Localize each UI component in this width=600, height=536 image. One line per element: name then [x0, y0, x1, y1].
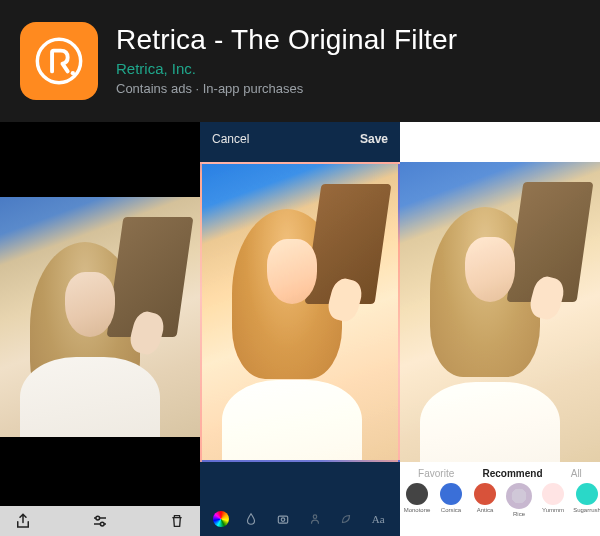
- svg-point-2: [96, 516, 100, 520]
- filter-item[interactable]: Sugarrush: [572, 483, 600, 517]
- filter-item[interactable]: Monotone: [402, 483, 432, 517]
- retrica-logo-icon: [33, 35, 85, 87]
- svg-point-1: [71, 71, 75, 75]
- filter-row[interactable]: MonotoneCorsicaAnticaRiceYummmSugarrush: [400, 483, 600, 517]
- camera-icon[interactable]: [274, 510, 292, 528]
- photo-preview: [0, 197, 200, 437]
- leaf-icon[interactable]: [337, 510, 355, 528]
- sliders-icon[interactable]: [91, 512, 109, 530]
- app-store-header: Retrica - The Original Filter Retrica, I…: [0, 0, 600, 118]
- text-icon[interactable]: Aa: [369, 510, 387, 528]
- photo-preview: [200, 162, 400, 462]
- filter-label: Rice: [513, 511, 525, 517]
- bottom-toolbar: [0, 506, 200, 536]
- tab-all[interactable]: All: [571, 468, 582, 479]
- filter-thumbnail: [440, 483, 462, 505]
- person-icon[interactable]: [306, 510, 324, 528]
- share-icon[interactable]: [14, 512, 32, 530]
- save-button[interactable]: Save: [360, 132, 388, 146]
- cancel-button[interactable]: Cancel: [212, 132, 249, 146]
- filter-label: Corsica: [441, 507, 461, 513]
- filter-label: Sugarrush: [573, 507, 600, 513]
- filter-item[interactable]: Antica: [470, 483, 500, 517]
- colorwheel-icon[interactable]: [213, 511, 229, 527]
- filter-thumbnail: [406, 483, 428, 505]
- edit-topbar: Cancel Save: [200, 132, 400, 146]
- svg-point-5: [281, 518, 285, 522]
- svg-point-3: [100, 522, 104, 526]
- trash-icon[interactable]: [168, 512, 186, 530]
- edit-tools: Aa: [200, 502, 400, 536]
- tab-favorite[interactable]: Favorite: [418, 468, 454, 479]
- tab-recommend[interactable]: Recommend: [482, 468, 542, 479]
- svg-rect-4: [278, 516, 287, 523]
- app-ad-info: Contains ads · In-app purchases: [116, 81, 580, 96]
- screenshot-1[interactable]: [0, 122, 200, 536]
- filter-thumbnail: [474, 483, 496, 505]
- filter-tabs: Favorite Recommend All: [400, 462, 600, 483]
- filter-item[interactable]: Corsica: [436, 483, 466, 517]
- drop-icon[interactable]: [242, 510, 260, 528]
- photo-preview: [400, 162, 600, 462]
- filter-thumbnail: [576, 483, 598, 505]
- filter-label: Antica: [477, 507, 494, 513]
- filter-bar: Favorite Recommend All MonotoneCorsicaAn…: [400, 462, 600, 536]
- screenshot-3[interactable]: Favorite Recommend All MonotoneCorsicaAn…: [400, 122, 600, 536]
- app-developer[interactable]: Retrica, Inc.: [116, 60, 580, 77]
- filter-item[interactable]: Rice: [504, 483, 534, 517]
- app-icon[interactable]: [20, 22, 98, 100]
- filter-label: Monotone: [404, 507, 431, 513]
- screenshot-carousel[interactable]: Cancel Save Aa Fav: [0, 122, 600, 536]
- header-text: Retrica - The Original Filter Retrica, I…: [116, 22, 580, 96]
- filter-thumbnail: [506, 483, 532, 509]
- screenshot-2[interactable]: Cancel Save Aa: [200, 122, 400, 536]
- filter-item[interactable]: Yummm: [538, 483, 568, 517]
- app-title: Retrica - The Original Filter: [116, 24, 580, 56]
- svg-point-0: [37, 39, 80, 82]
- filter-thumbnail: [542, 483, 564, 505]
- filter-label: Yummm: [542, 507, 564, 513]
- svg-point-6: [313, 515, 317, 519]
